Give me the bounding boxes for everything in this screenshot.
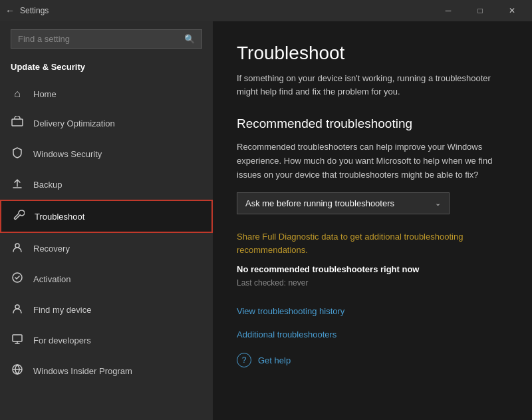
wrench-icon — [12, 209, 25, 224]
title-bar-left: ← Settings — [5, 5, 49, 16]
recommended-heading: Recommended troubleshooting — [237, 116, 508, 131]
content-area: Troubleshoot If something on your device… — [213, 21, 532, 420]
sidebar-item-label-home: Home — [33, 89, 57, 99]
sidebar: 🔍 Update & Security ⌂ Home Delivery Opti… — [0, 21, 213, 420]
activation-icon — [11, 272, 24, 286]
svg-point-1 — [15, 244, 19, 248]
sidebar-section-title: Update & Security — [0, 57, 213, 80]
sidebar-item-label-insider: Windows Insider Program — [33, 366, 132, 376]
sidebar-item-delivery-optimization[interactable]: Delivery Optimization — [0, 108, 213, 138]
troubleshoot-dropdown[interactable]: Ask me before running troubleshooters ⌄ — [237, 192, 450, 214]
home-icon: ⌂ — [11, 88, 24, 100]
view-history-link[interactable]: View troubleshooting history — [237, 306, 508, 316]
minimize-button[interactable]: ─ — [434, 0, 463, 21]
search-icon: 🔍 — [184, 34, 195, 44]
main-container: 🔍 Update & Security ⌂ Home Delivery Opti… — [0, 21, 532, 420]
get-help-row[interactable]: ? Get help — [237, 353, 508, 367]
shield-icon — [11, 146, 24, 161]
sidebar-item-backup[interactable]: Backup — [0, 169, 213, 200]
sidebar-item-label-security: Windows Security — [33, 149, 102, 159]
no-rec-status: No recommended troubleshooters right now — [237, 264, 508, 274]
sidebar-item-find-device[interactable]: Find my device — [0, 294, 213, 325]
title-bar-controls: ─ □ ✕ — [434, 0, 527, 21]
sidebar-item-label-recovery: Recovery — [33, 244, 70, 254]
sidebar-item-label-backup: Backup — [33, 180, 62, 190]
dropdown-arrow-icon: ⌄ — [435, 199, 441, 208]
find-device-icon — [11, 302, 24, 317]
last-checked-label: Last checked: never — [237, 278, 508, 288]
maximize-button[interactable]: □ — [466, 0, 495, 21]
sidebar-item-label-find-device: Find my device — [33, 305, 91, 315]
share-diagnostic-link[interactable]: Share Full Diagnostic data to get additi… — [237, 230, 508, 256]
additional-troubleshooters-link[interactable]: Additional troubleshooters — [237, 329, 508, 339]
title-bar-title: Settings — [20, 6, 49, 15]
get-help-icon: ? — [237, 353, 251, 367]
page-subtitle: If something on your device isn't workin… — [237, 72, 508, 98]
developers-icon — [11, 333, 24, 347]
recommended-desc: Recommended troubleshooters can help imp… — [237, 140, 508, 182]
sidebar-item-developers[interactable]: For developers — [0, 325, 213, 355]
backup-icon — [11, 177, 24, 192]
recovery-icon — [11, 241, 24, 256]
back-button[interactable]: ← — [5, 5, 15, 16]
insider-icon — [11, 363, 24, 378]
sidebar-item-activation[interactable]: Activation — [0, 264, 213, 294]
sidebar-item-recovery[interactable]: Recovery — [0, 233, 213, 264]
sidebar-item-insider[interactable]: Windows Insider Program — [0, 355, 213, 386]
close-button[interactable]: ✕ — [497, 0, 527, 21]
svg-rect-4 — [13, 335, 22, 341]
search-input[interactable] — [18, 34, 184, 44]
sidebar-item-label-troubleshoot: Troubleshoot — [35, 212, 84, 222]
page-title: Troubleshoot — [237, 43, 508, 64]
dropdown-value: Ask me before running troubleshooters — [245, 198, 394, 208]
sidebar-item-label-activation: Activation — [33, 274, 70, 284]
sidebar-search-container[interactable]: 🔍 — [11, 29, 202, 49]
delivery-icon — [11, 116, 24, 130]
sidebar-item-home[interactable]: ⌂ Home — [0, 80, 213, 108]
svg-point-3 — [15, 305, 19, 309]
svg-rect-0 — [12, 119, 23, 126]
sidebar-item-windows-security[interactable]: Windows Security — [0, 138, 213, 169]
get-help-label: Get help — [258, 355, 291, 365]
sidebar-item-label-developers: For developers — [33, 335, 91, 345]
title-bar: ← Settings ─ □ ✕ — [0, 0, 532, 21]
sidebar-item-troubleshoot[interactable]: Troubleshoot — [0, 200, 213, 233]
sidebar-item-label-delivery: Delivery Optimization — [33, 118, 115, 128]
